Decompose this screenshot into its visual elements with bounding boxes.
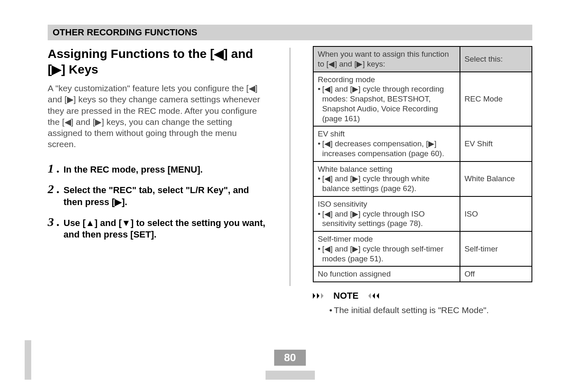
table-row: ISO sensitivity •[◀] and [▶] cycle throu… (313, 196, 532, 231)
svg-marker-0 (313, 293, 315, 299)
step-number: 3 (48, 216, 54, 228)
row-bullet: [◀] and [▶] cycle through ISO sensitivit… (322, 209, 455, 229)
note-right-icon (363, 292, 379, 300)
row-bullet: [◀] decreases compensation, [▶] increase… (322, 139, 455, 159)
row-title: ISO sensitivity (318, 199, 455, 209)
row-option: White Balance (460, 161, 532, 196)
column-divider (289, 48, 291, 286)
row-title: Recording mode (318, 75, 455, 85)
row-bullet: [◀] and [▶] cycle through recording mode… (322, 84, 455, 123)
step-3: 3. Use [▲] and [▼] to select the setting… (48, 216, 267, 241)
row-title: EV shift (318, 129, 455, 139)
intro-text: A "key customization" feature lets you c… (48, 83, 267, 150)
table-header-left: When you want to assign this function to… (313, 46, 460, 72)
page-title: Assigning Functions to the [◀] and [▶] K… (48, 46, 267, 77)
svg-marker-4 (372, 293, 375, 299)
svg-marker-5 (377, 293, 379, 299)
row-option: REC Mode (460, 72, 532, 127)
table-row: EV shift •[◀] decreases compensation, [▶… (313, 126, 532, 161)
row-bullet: [◀] and [▶] cycle through white balance … (322, 174, 455, 194)
row-option: Self-timer (460, 231, 532, 266)
page-number: 80 (274, 350, 306, 366)
step-number: 1 (48, 162, 54, 175)
svg-marker-3 (368, 293, 371, 299)
row-title: No function assigned (318, 269, 455, 279)
row-option: ISO (460, 196, 532, 231)
note-heading: NOTE (313, 291, 532, 301)
step-2: 2. Select the "REC" tab, select "L/R Key… (48, 183, 267, 208)
step-text: Use [▲] and [▼] to select the setting yo… (64, 216, 268, 241)
row-option: EV Shift (460, 126, 532, 161)
step-text: In the REC mode, press [MENU]. (64, 162, 203, 176)
step-text: Select the "REC" tab, select "L/R Key", … (64, 183, 268, 208)
table-row: White balance setting •[◀] and [▶] cycle… (313, 161, 532, 196)
table-header-row: When you want to assign this function to… (313, 46, 532, 72)
row-title: Self-timer mode (318, 234, 455, 244)
step-number: 2 (48, 183, 54, 195)
table-row: Recording mode •[◀] and [▶] cycle throug… (313, 72, 532, 127)
note-label: NOTE (333, 291, 358, 301)
note-text: •The initial default setting is "REC Mod… (329, 305, 532, 315)
svg-marker-2 (321, 293, 324, 299)
table-header-right: Select this: (460, 46, 532, 72)
step-1: 1. In the REC mode, press [MENU]. (48, 162, 267, 176)
svg-marker-1 (317, 293, 319, 299)
row-title: White balance setting (318, 164, 455, 174)
bottom-decorative-bar (0, 371, 580, 380)
note-left-icon (313, 292, 329, 300)
table-row: No function assigned Off (313, 266, 532, 282)
function-table: When you want to assign this function to… (313, 46, 532, 282)
row-option: Off (460, 266, 532, 282)
section-header: OTHER RECORDING FUNCTIONS (48, 25, 532, 40)
row-bullet: [◀] and [▶] cycle through self-timer mod… (322, 244, 455, 264)
table-row: Self-timer mode •[◀] and [▶] cycle throu… (313, 231, 532, 266)
